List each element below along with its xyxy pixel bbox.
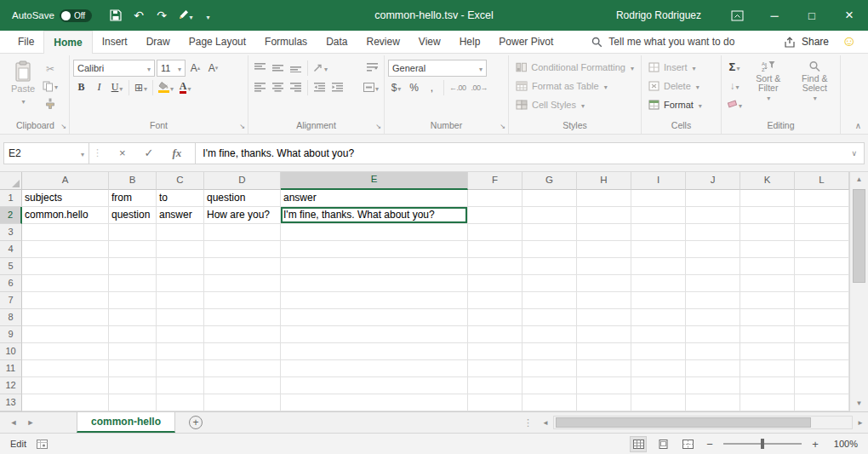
vertical-scrollbar[interactable]: ▲ ▼ <box>849 172 868 411</box>
cell-B9[interactable] <box>109 326 157 343</box>
cell-H9[interactable] <box>577 326 631 343</box>
cell-E13[interactable] <box>281 394 468 411</box>
cell-E12[interactable] <box>281 377 468 394</box>
cell-L5[interactable] <box>795 258 849 275</box>
cell-C4[interactable] <box>157 241 204 258</box>
borders-button[interactable]: ⊞ <box>133 79 149 96</box>
cell-A6[interactable] <box>22 275 109 292</box>
cell-D10[interactable] <box>204 343 281 360</box>
ribbon-display-options-button[interactable] <box>718 0 756 31</box>
cell-I8[interactable] <box>631 309 686 326</box>
cell-I3[interactable] <box>631 224 686 241</box>
zoom-slider-thumb[interactable] <box>761 439 764 449</box>
cell-K5[interactable] <box>740 258 795 275</box>
cell-H10[interactable] <box>577 343 631 360</box>
row-header-9[interactable]: 9 <box>0 326 22 343</box>
align-left-button[interactable] <box>252 79 268 96</box>
cell-G1[interactable] <box>523 190 577 207</box>
column-header-I[interactable]: I <box>631 172 686 190</box>
column-header-F[interactable]: F <box>468 172 523 190</box>
cell-J1[interactable] <box>686 190 740 207</box>
cell-F12[interactable] <box>468 377 523 394</box>
cell-D3[interactable] <box>204 224 281 241</box>
zoom-level[interactable]: 100% <box>829 439 858 449</box>
cell-C13[interactable] <box>157 394 204 411</box>
cell-H12[interactable] <box>577 377 631 394</box>
sort-filter-button[interactable]: AZ Sort & Filter <box>746 58 790 119</box>
cell-B3[interactable] <box>109 224 157 241</box>
hscroll-left-button[interactable]: ◄ <box>538 419 553 427</box>
zoom-in-button[interactable]: + <box>809 438 821 451</box>
column-header-G[interactable]: G <box>523 172 577 190</box>
cell-D5[interactable] <box>204 258 281 275</box>
insert-cells-button[interactable]: Insert <box>645 58 717 77</box>
row-header-2[interactable]: 2 <box>0 207 22 224</box>
cell-D1[interactable]: question <box>204 190 281 207</box>
cell-A11[interactable] <box>22 360 109 377</box>
increase-font-size-button[interactable]: A <box>187 60 203 77</box>
cell-C6[interactable] <box>157 275 204 292</box>
tab-file[interactable]: File <box>9 31 43 53</box>
cell-F6[interactable] <box>468 275 523 292</box>
cell-I1[interactable] <box>631 190 686 207</box>
cell-B4[interactable] <box>109 241 157 258</box>
font-color-button[interactable]: A <box>177 79 193 96</box>
column-header-E[interactable]: E <box>281 172 468 190</box>
collapse-ribbon-button[interactable]: ∧ <box>855 121 861 130</box>
tab-review[interactable]: Review <box>357 31 408 53</box>
cut-button[interactable]: ✂ <box>41 61 60 77</box>
cell-E8[interactable] <box>281 309 468 326</box>
cell-A3[interactable] <box>22 224 109 241</box>
cell-A8[interactable] <box>22 309 109 326</box>
cell-J13[interactable] <box>686 394 740 411</box>
format-as-table-button[interactable]: Format as Table <box>512 77 637 95</box>
tab-formulas[interactable]: Formulas <box>255 31 317 53</box>
tab-power-pivot[interactable]: Power Pivot <box>489 31 562 53</box>
tab-help[interactable]: Help <box>450 31 490 53</box>
wrap-text-button[interactable] <box>364 60 380 77</box>
cell-G8[interactable] <box>523 309 577 326</box>
cell-E10[interactable] <box>281 343 468 360</box>
row-header-3[interactable]: 3 <box>0 224 22 241</box>
cell-K4[interactable] <box>740 241 795 258</box>
row-header-10[interactable]: 10 <box>0 343 22 360</box>
page-layout-view-button[interactable] <box>654 436 671 452</box>
cell-J11[interactable] <box>686 360 740 377</box>
copy-button[interactable] <box>41 78 60 94</box>
cell-A1[interactable]: subjects <box>22 190 109 207</box>
tab-draw[interactable]: Draw <box>137 31 180 53</box>
cell-C10[interactable] <box>157 343 204 360</box>
cell-F4[interactable] <box>468 241 523 258</box>
horizontal-scroll-track[interactable] <box>553 416 853 429</box>
cell-A9[interactable] <box>22 326 109 343</box>
row-header-11[interactable]: 11 <box>0 360 22 377</box>
cell-styles-button[interactable]: Cell Styles <box>512 95 637 114</box>
tab-page-layout[interactable]: Page Layout <box>180 31 255 53</box>
column-header-L[interactable]: L <box>795 172 849 190</box>
cell-G13[interactable] <box>523 394 577 411</box>
font-name-select[interactable]: Calibri <box>73 60 155 77</box>
cell-I2[interactable] <box>631 207 686 224</box>
cell-K7[interactable] <box>740 292 795 309</box>
scroll-down-button[interactable]: ▼ <box>850 396 868 411</box>
fill-color-button[interactable] <box>157 79 175 96</box>
cell-A2[interactable]: common.hello <box>22 207 109 224</box>
tell-me-box[interactable]: Tell me what you want to do <box>585 31 741 53</box>
font-size-select[interactable]: 11 <box>157 60 186 77</box>
cell-C11[interactable] <box>157 360 204 377</box>
cell-I6[interactable] <box>631 275 686 292</box>
formula-bar-expand-button[interactable]: ∨ <box>844 149 864 158</box>
cell-J8[interactable] <box>686 309 740 326</box>
cell-B10[interactable] <box>109 343 157 360</box>
decrease-indent-button[interactable] <box>311 79 328 96</box>
cell-L1[interactable] <box>795 190 849 207</box>
select-all-button[interactable] <box>0 172 22 190</box>
cell-E1[interactable]: answer <box>281 190 468 207</box>
cell-L13[interactable] <box>795 394 849 411</box>
cell-L11[interactable] <box>795 360 849 377</box>
cell-E4[interactable] <box>281 241 468 258</box>
cell-K1[interactable] <box>740 190 795 207</box>
cell-I11[interactable] <box>631 360 686 377</box>
cell-D11[interactable] <box>204 360 281 377</box>
cell-F3[interactable] <box>468 224 523 241</box>
